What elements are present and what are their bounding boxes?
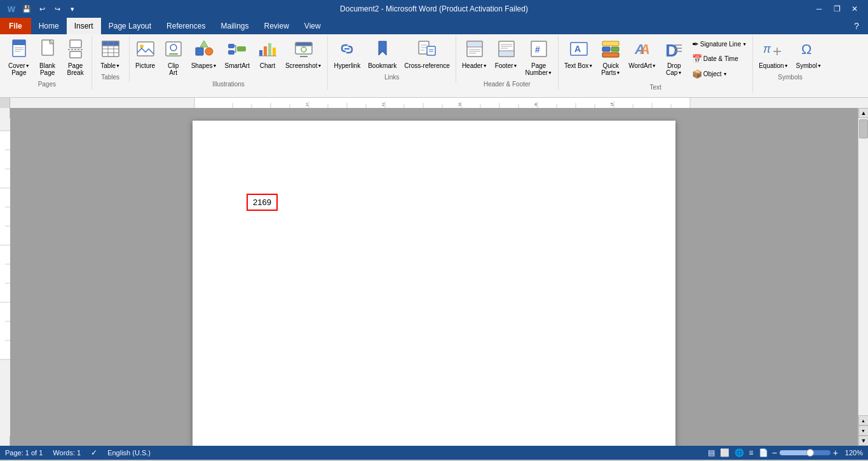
equation-icon: π [762, 39, 785, 62]
quick-parts-label: Quick [603, 62, 620, 69]
equation-button[interactable]: π Equation ▼ [756, 37, 791, 71]
table-button[interactable]: Table ▼ [95, 37, 126, 71]
signature-line-button[interactable]: ✒ Signature Line ▼ [689, 37, 750, 51]
spell-check-icon[interactable]: ✓ [91, 448, 97, 457]
full-screen-button[interactable]: ⬜ [719, 447, 731, 458]
cross-reference-button[interactable]: Cross-reference [401, 37, 453, 71]
doc-scroll-area[interactable]: 2169 [10, 108, 858, 446]
screenshot-label: Screenshot [285, 62, 318, 69]
zoom-out-button[interactable]: − [772, 448, 777, 458]
clip-art-button[interactable]: Clip Art [160, 37, 187, 78]
scroll-track[interactable] [858, 118, 868, 415]
zoom-slider[interactable] [780, 450, 831, 455]
symbol-button[interactable]: Ω Symbol ▼ [793, 37, 825, 71]
hyperlink-button[interactable]: Hyperlink [330, 37, 363, 71]
screenshot-button[interactable]: Screenshot ▼ [282, 37, 325, 71]
svg-rect-41 [427, 46, 435, 55]
tab-references[interactable]: References [159, 18, 213, 34]
save-qat-button[interactable]: 💾 [20, 3, 33, 15]
cross-reference-icon [417, 39, 437, 62]
zoom-thumb[interactable] [806, 449, 814, 457]
zoom-in-button[interactable]: + [833, 448, 838, 458]
symbol-label: Symbol [796, 62, 817, 69]
draft-button[interactable]: 📄 [757, 447, 770, 458]
blank-page-label: Blank [39, 62, 55, 69]
tables-items: Table ▼ [95, 37, 126, 71]
svg-rect-7 [70, 40, 81, 48]
tab-review[interactable]: Review [256, 18, 296, 34]
bookmark-button[interactable]: Bookmark [365, 37, 400, 71]
svg-text:π: π [763, 43, 771, 55]
chart-button[interactable]: Chart [254, 37, 281, 71]
header-footer-group-label: Header & Footer [459, 79, 555, 88]
svg-rect-59 [602, 47, 610, 51]
web-layout-button[interactable]: 🌐 [733, 447, 745, 458]
object-label: Object [703, 70, 722, 77]
minimize-button[interactable]: ─ [811, 3, 827, 15]
undo-qat-button[interactable]: ↩ [36, 3, 48, 15]
scroll-up-button[interactable]: ▲ [858, 108, 868, 118]
scroll-extra-up[interactable]: ▲ [858, 415, 869, 425]
drop-cap-button[interactable]: D Drop Cap ▼ [661, 37, 688, 78]
page-number-button[interactable]: # Page Number ▼ [522, 37, 555, 78]
smartart-button[interactable]: SmartArt [221, 37, 252, 71]
picture-button[interactable]: Picture [132, 37, 159, 71]
shapes-label: Shapes [191, 62, 213, 69]
header-button[interactable]: Header ▼ [459, 37, 491, 71]
tab-mailings[interactable]: Mailings [213, 18, 256, 34]
date-time-button[interactable]: 📅 Date & Time [689, 52, 750, 65]
pages-group-label: Pages [5, 79, 89, 88]
svg-rect-60 [611, 47, 619, 51]
zoom-level[interactable]: 120% [841, 449, 863, 457]
redo-qat-button[interactable]: ↪ [51, 3, 64, 15]
ribbon-group-links: Hyperlink Bookmark [328, 36, 456, 83]
illustrations-items: Picture Clip Art [132, 37, 325, 78]
ribbon-group-symbols: π Equation ▼ Ω [753, 36, 827, 83]
outline-button[interactable]: ≡ [748, 447, 755, 458]
ribbon-group-tables: Table ▼ Tables [92, 36, 130, 83]
help-button[interactable]: ? [850, 20, 863, 32]
blank-page-button[interactable]: Blank Page [34, 37, 61, 78]
cover-page-button[interactable]: Cover ▼ Page [5, 37, 33, 78]
links-items: Hyperlink Bookmark [330, 37, 452, 71]
print-layout-button[interactable]: ▤ [707, 447, 716, 458]
bookmark-label: Bookmark [368, 62, 397, 69]
ruler-area: 1 2 3 4 5 [0, 98, 868, 108]
scroll-thumb[interactable] [859, 119, 868, 138]
shapes-button[interactable]: Shapes ▼ [188, 37, 220, 71]
tab-insert[interactable]: Insert [67, 18, 101, 34]
footer-button[interactable]: Footer ▼ [492, 37, 521, 71]
text-box-content[interactable]: 2169 [247, 194, 278, 211]
svg-text:2: 2 [382, 102, 385, 107]
svg-marker-23 [200, 41, 208, 47]
page-break-label: Page [68, 62, 83, 69]
customize-qat-button[interactable]: ▾ [66, 3, 79, 15]
page-break-button[interactable]: Page Break [62, 37, 89, 78]
scroll-down-button[interactable]: ▼ [858, 436, 868, 446]
tables-group-label: Tables [95, 72, 126, 81]
quick-parts-button[interactable]: Quick Parts ▼ [597, 37, 624, 78]
ribbon-group-illustrations: Picture Clip Art [130, 36, 329, 90]
document-page: 2169 [193, 121, 675, 446]
ribbon: Cover ▼ Page Blank Page [0, 34, 868, 98]
text-box-button[interactable]: A Text Box ▼ [561, 37, 596, 71]
tab-home[interactable]: Home [31, 18, 67, 34]
wordart-label: WordArt [628, 62, 652, 69]
restore-button[interactable]: ❐ [829, 3, 845, 15]
status-bar: Page: 1 of 1 Words: 1 ✓ English (U.S.) ▤… [0, 446, 868, 460]
file-tab[interactable]: File [0, 18, 31, 34]
signature-line-label: Signature Line [700, 41, 742, 48]
page-number-icon: # [529, 39, 549, 62]
language-info[interactable]: English (U.S.) [107, 449, 151, 457]
footer-arrow: ▼ [513, 63, 518, 68]
svg-rect-27 [259, 50, 262, 56]
svg-text:Ω: Ω [801, 41, 811, 57]
vertical-scrollbar[interactable]: ▲ ▲ ▼ ▼ [858, 108, 868, 446]
scroll-extra-down[interactable]: ▼ [858, 425, 869, 436]
wordart-button[interactable]: A A WordArt ▼ [625, 37, 659, 71]
object-button[interactable]: 📦 Object ▼ [689, 67, 750, 81]
tab-view[interactable]: View [297, 18, 329, 34]
tab-page-layout[interactable]: Page Layout [101, 18, 159, 34]
close-button[interactable]: ✕ [846, 3, 863, 15]
svg-text:4: 4 [534, 102, 538, 107]
